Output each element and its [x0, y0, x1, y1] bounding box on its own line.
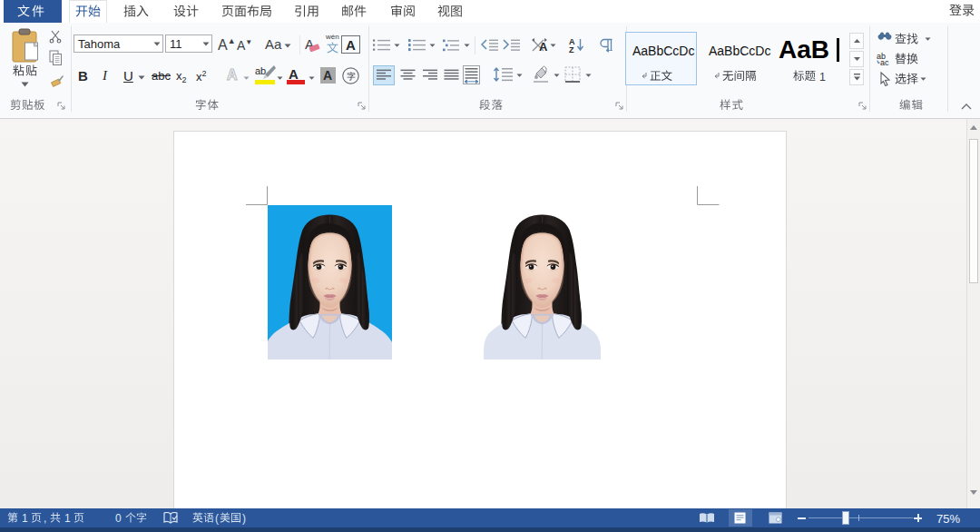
svg-text:Z: Z	[569, 45, 574, 53]
svg-text:A: A	[539, 40, 548, 53]
svg-text:ac: ac	[880, 58, 889, 65]
